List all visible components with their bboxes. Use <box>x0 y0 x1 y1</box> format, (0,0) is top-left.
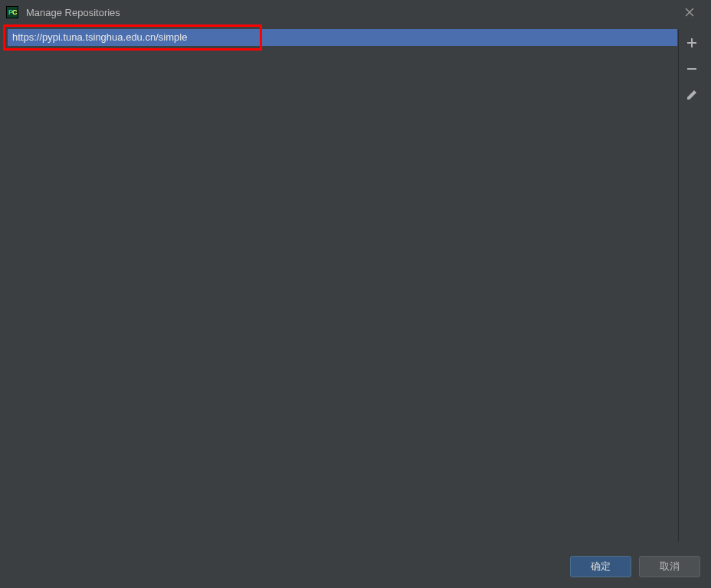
titlebar: P C Manage Repositories <box>0 0 711 24</box>
repository-item[interactable]: https://pypi.tuna.tsinghua.edu.cn/simple <box>8 29 677 46</box>
repository-list-panel: https://pypi.tuna.tsinghua.edu.cn/simple <box>8 29 677 542</box>
edit-repository-button[interactable] <box>683 86 701 104</box>
repository-list[interactable]: https://pypi.tuna.tsinghua.edu.cn/simple <box>8 29 677 542</box>
svg-text:C: C <box>12 8 18 16</box>
cancel-button[interactable]: 取消 <box>639 556 700 577</box>
close-icon <box>685 8 694 17</box>
ok-button[interactable]: 确定 <box>570 556 631 577</box>
remove-repository-button[interactable] <box>683 60 701 78</box>
add-repository-button[interactable] <box>683 34 701 52</box>
dialog-button-bar: 确定 取消 <box>570 556 700 577</box>
divider <box>678 29 679 542</box>
minus-icon <box>686 63 698 75</box>
side-toolbar <box>680 34 703 104</box>
plus-icon <box>686 37 698 49</box>
pencil-icon <box>686 89 698 101</box>
pycharm-app-icon: P C <box>6 6 18 18</box>
close-button[interactable] <box>674 0 705 24</box>
window-title: Manage Repositories <box>26 7 674 18</box>
